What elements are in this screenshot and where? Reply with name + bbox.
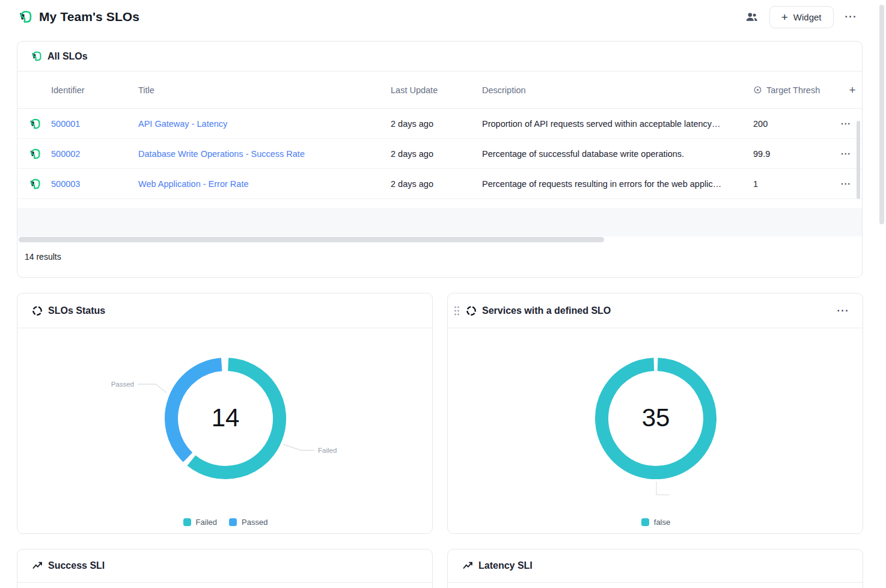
chart-legend: Failed Passed: [17, 518, 433, 527]
plus-icon: +: [781, 11, 788, 23]
widget-title: Services with a defined SLO: [482, 305, 611, 316]
table-row: 500001 API Gateway - Latency 2 days ago …: [17, 109, 862, 139]
services-slo-header: Services with a defined SLO ···: [448, 293, 863, 328]
donut-center-value: 35: [448, 405, 863, 430]
widget-title: All SLOs: [47, 51, 88, 62]
legend-item-passed[interactable]: Passed: [229, 518, 267, 527]
title-link[interactable]: API Gateway - Latency: [138, 119, 391, 129]
add-column-button[interactable]: +: [833, 84, 862, 96]
column-header-description: Description: [482, 85, 736, 95]
column-header-title: Title: [138, 85, 391, 95]
description-cell: Percentage of requests resulting in erro…: [482, 179, 736, 189]
legend-swatch-false: [641, 518, 649, 526]
donut-center-value: 14: [17, 405, 433, 430]
identifier-link[interactable]: 500002: [51, 149, 138, 159]
pie-chart-icon: [32, 305, 43, 316]
add-widget-label: Widget: [793, 12, 822, 22]
all-slos-widget: All SLOs Identifier Title Last Update De…: [17, 41, 863, 278]
column-header-identifier: Identifier: [51, 85, 138, 95]
identifier-link[interactable]: 500003: [51, 179, 138, 189]
identifier-link[interactable]: 500001: [51, 119, 138, 129]
title-link[interactable]: Web Application - Error Rate: [138, 179, 391, 189]
services-slo-widget: Services with a defined SLO ··· 35 false: [447, 293, 863, 534]
slos-status-widget: SLOs Status Passed Failed 14 Failed Pass: [17, 293, 433, 534]
slos-status-chart: Passed Failed 14 Failed Passed: [17, 328, 433, 534]
table-empty-band: [17, 208, 862, 236]
results-count: 14 results: [25, 252, 61, 262]
slos-status-header: SLOs Status: [17, 293, 432, 328]
description-cell: Percentage of successful database write …: [482, 149, 736, 159]
column-header-target-thresh: Target Thresh: [736, 85, 833, 95]
page-more-button[interactable]: ···: [843, 10, 860, 23]
table-row: 500003 Web Application - Error Rate 2 da…: [17, 169, 862, 199]
page-vertical-scrollbar[interactable]: [879, 5, 884, 224]
app-header: My Team's SLOs + Widget ···: [0, 0, 886, 34]
success-sli-header: Success SLI: [17, 550, 432, 583]
widget-title: Latency SLI: [478, 560, 533, 571]
legend-swatch-failed: [183, 518, 191, 526]
blueprint-icon: [31, 51, 42, 62]
add-widget-button[interactable]: + Widget: [769, 6, 834, 28]
last-update-cell: 2 days ago: [391, 119, 482, 129]
column-header-last-update: Last Update: [391, 85, 482, 95]
target-thresh-cell: 200: [736, 119, 833, 129]
port-logo-icon: [18, 10, 32, 24]
members-button[interactable]: [743, 8, 760, 26]
people-icon: [745, 10, 759, 24]
table-vertical-scrollbar[interactable]: [857, 121, 860, 199]
drag-handle-icon[interactable]: [453, 305, 460, 316]
pie-chart-icon: [466, 305, 477, 316]
line-chart-icon: [462, 560, 473, 571]
table-horizontal-scrollbar[interactable]: [19, 237, 604, 242]
legend-item-false[interactable]: false: [641, 518, 670, 527]
services-slo-chart: 35 false: [448, 328, 863, 534]
latency-sli-header: Latency SLI: [448, 550, 863, 583]
latency-sli-widget: Latency SLI: [447, 549, 863, 588]
widget-title: Success SLI: [48, 560, 105, 571]
callout-line-false: [656, 482, 670, 495]
entity-icon: [29, 118, 41, 130]
widget-more-button[interactable]: ···: [835, 304, 852, 317]
callout-line-failed: [283, 444, 314, 450]
last-update-cell: 2 days ago: [391, 179, 482, 189]
success-sli-widget: Success SLI: [17, 549, 433, 588]
description-cell: Proportion of API requests served within…: [482, 119, 736, 129]
page-title: My Team's SLOs: [39, 10, 139, 24]
line-chart-icon: [32, 560, 43, 571]
legend-swatch-passed: [229, 518, 237, 526]
callout-label-failed: Failed: [318, 447, 337, 454]
entity-icon: [29, 178, 41, 190]
callout-label-passed: Passed: [111, 381, 134, 388]
table-row: 500002 Database Write Operations - Succe…: [17, 139, 862, 169]
target-thresh-cell: 1: [736, 179, 833, 189]
target-icon: [753, 85, 762, 94]
legend-item-failed[interactable]: Failed: [183, 518, 217, 527]
entity-icon: [29, 148, 41, 160]
last-update-cell: 2 days ago: [391, 149, 482, 159]
table-header-row: Identifier Title Last Update Description…: [17, 72, 862, 109]
target-thresh-cell: 99.9: [736, 149, 833, 159]
all-slos-header: All SLOs: [17, 41, 862, 72]
chart-legend: false: [448, 518, 863, 527]
widget-title: SLOs Status: [48, 305, 105, 316]
title-link[interactable]: Database Write Operations - Success Rate: [138, 149, 391, 159]
callout-line-passed: [138, 384, 167, 393]
